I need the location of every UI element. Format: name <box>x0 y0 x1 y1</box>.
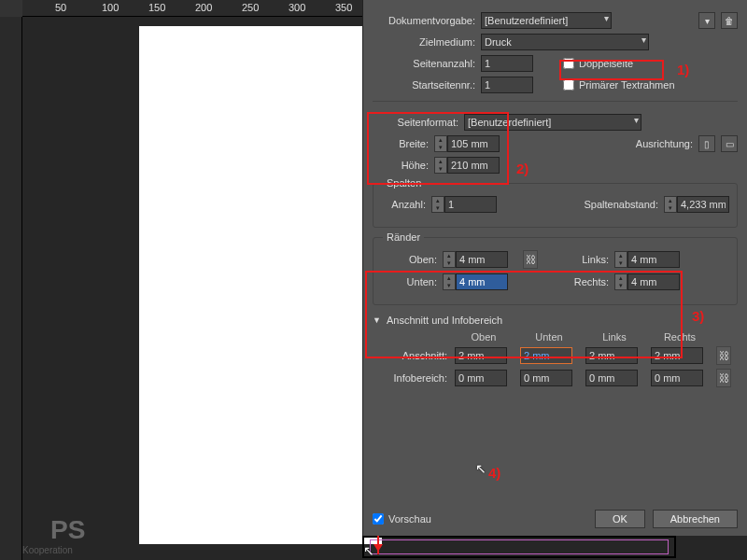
slug-bottom-field[interactable] <box>520 370 572 386</box>
height-field[interactable] <box>447 157 500 174</box>
ruler-vertical <box>0 17 22 560</box>
width-field[interactable] <box>447 135 500 152</box>
preset-label: Dokumentvorgabe: <box>373 15 475 26</box>
bleed-bottom-field[interactable] <box>520 347 572 364</box>
margin-left-field[interactable] <box>627 251 680 268</box>
pagesize-select[interactable]: [Benutzerdefiniert] <box>464 114 641 131</box>
preview-outline <box>362 536 676 558</box>
landscape-icon[interactable]: ▭ <box>721 135 738 152</box>
margins-group: Ränder Oben: ▴▾ ⛓ Links: ▴▾ Unten: ▴▾ Re… <box>373 237 738 305</box>
margin-bottom-field[interactable] <box>456 273 508 290</box>
margin-top-label: Oben: <box>381 254 437 265</box>
cancel-button[interactable]: Abbrechen <box>653 510 738 528</box>
intent-label: Zielmedium: <box>373 36 475 48</box>
slug-left-field[interactable] <box>585 370 638 386</box>
startpage-field[interactable] <box>481 77 533 93</box>
link-bleed-icon[interactable]: ⛓ <box>716 346 731 365</box>
bleed-top-field[interactable] <box>455 347 507 364</box>
intent-select[interactable]: Druck <box>481 34 649 50</box>
preset-select[interactable]: [Benutzerdefiniert] <box>481 12 612 29</box>
document-page <box>139 26 382 544</box>
gutter-field[interactable] <box>677 196 729 213</box>
new-document-dialog: Dokumentvorgabe: [Benutzerdefiniert] ▾ 🗑… <box>362 0 747 536</box>
slug-right-field[interactable] <box>651 370 703 386</box>
bleed-label: Anschnitt: <box>373 350 447 361</box>
portrait-icon[interactable]: ▯ <box>698 135 715 152</box>
width-label: Breite: <box>373 138 429 149</box>
gutter-stepper[interactable]: ▴▾ <box>664 196 677 213</box>
save-preset-icon[interactable]: ▾ <box>698 12 715 29</box>
link-margins-icon[interactable]: ⛓ <box>523 250 538 269</box>
height-stepper[interactable]: ▴▾ <box>434 157 447 174</box>
orientation-label: Ausrichtung: <box>636 138 693 149</box>
colcount-stepper[interactable]: ▴▾ <box>431 196 444 213</box>
pages-label: Seitenanzahl: <box>373 58 475 69</box>
bleed-right-field[interactable] <box>651 347 703 364</box>
ok-button[interactable]: OK <box>595 510 645 528</box>
watermark-logo: PS Kooperation <box>22 515 85 555</box>
slug-top-field[interactable] <box>455 370 507 386</box>
pages-field[interactable] <box>481 55 533 72</box>
width-stepper[interactable]: ▴▾ <box>434 135 447 152</box>
margin-right-label: Rechts: <box>553 276 609 287</box>
margin-bottom-label: Unten: <box>381 276 437 287</box>
pagesize-label: Seitenformat: <box>373 117 458 128</box>
cursor-icon: ↖ <box>475 461 486 476</box>
bleed-slug-section: ▼Anschnitt und Infobereich ObenUntenLink… <box>373 315 738 387</box>
trash-icon[interactable]: 🗑 <box>721 12 738 29</box>
margin-top-field[interactable] <box>456 251 508 268</box>
cursor-icon: ↖ <box>363 543 374 558</box>
height-label: Höhe: <box>373 160 429 171</box>
link-slug-icon[interactable]: ⛓ <box>716 369 731 387</box>
gutter-label: Spaltenabstand: <box>584 199 658 210</box>
margin-right-field[interactable] <box>627 273 680 290</box>
preview-checkbox[interactable]: Vorschau <box>373 513 431 525</box>
disclosure-triangle-icon[interactable]: ▼ <box>373 315 381 325</box>
margin-left-label: Links: <box>553 254 609 265</box>
facing-pages-checkbox[interactable]: Doppelseite <box>563 58 633 69</box>
colcount-field[interactable] <box>444 196 497 213</box>
startpage-label: Startseitennr.: <box>373 79 475 91</box>
colcount-label: Anzahl: <box>381 199 426 210</box>
slug-label: Infobereich: <box>373 372 447 384</box>
columns-group: Spalten Anzahl: ▴▾ Spaltenabstand: ▴▾ <box>373 183 738 228</box>
primary-frame-checkbox[interactable]: Primärer Textrahmen <box>563 79 675 91</box>
bleed-left-field[interactable] <box>585 347 638 364</box>
